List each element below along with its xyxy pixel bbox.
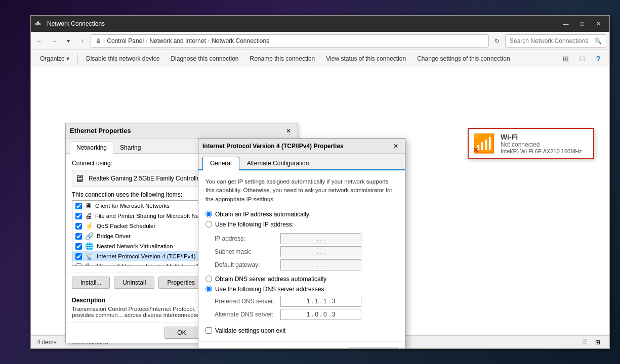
wifi-adapter: Intel(R) Wi-Fi 6E AX210 160MHz [501, 148, 589, 154]
validate-checkbox[interactable] [205, 327, 212, 334]
view-status-button[interactable]: View status of this connection [321, 53, 411, 64]
ethernet-dialog-close[interactable]: ✕ [283, 126, 294, 135]
refresh-button[interactable]: ↻ [491, 35, 503, 47]
advanced-button[interactable]: Advanced... [349, 347, 398, 348]
toolbar: Organize ▾ Disable this network device D… [31, 50, 609, 67]
disable-network-button[interactable]: Disable this network device [81, 53, 164, 64]
uninstall-button[interactable]: Uninstall [114, 277, 154, 289]
item-checkbox-4[interactable] [75, 243, 82, 250]
item-checkbox-3[interactable] [75, 233, 82, 240]
properties-button[interactable]: Properties [158, 277, 203, 289]
radio-use-following-input[interactable] [205, 221, 212, 228]
up-button[interactable]: ↑ [76, 35, 89, 47]
back-button[interactable]: ← [34, 35, 46, 47]
breadcrumb-control-panel[interactable]: Control Panel [107, 37, 144, 44]
view-icons-button[interactable]: ⊞ [559, 53, 573, 65]
ethernet-ok-button[interactable]: OK [164, 327, 198, 339]
item-count: 4 items [37, 339, 57, 346]
breadcrumb-network-internet[interactable]: Network and Internet [149, 37, 205, 44]
wifi-status: Not connected [501, 141, 589, 148]
adapter-icon: 🖥 [74, 173, 85, 185]
alternate-dns-row: Alternate DNS server: [215, 309, 398, 320]
window-title: Network Connections [47, 20, 559, 27]
radio-dns-auto: Obtain DNS server address automatically [205, 276, 398, 283]
adapter-name: Realtek Gaming 2.5GbE Family Controller [89, 175, 202, 182]
item-checkbox-0[interactable] [75, 203, 82, 209]
tcpip-tabs: General Alternate Configuration [198, 154, 405, 170]
tcpip-info-text: You can get IP settings assigned automat… [205, 177, 398, 204]
ethernet-dialog-title: Ethernet Properties [70, 127, 283, 134]
organize-button[interactable]: Organize ▾ [35, 53, 74, 64]
radio-use-following: Use the following IP address: [205, 221, 398, 228]
close-button[interactable]: ✕ [591, 19, 605, 29]
ip-address-row: IP address: [215, 233, 398, 244]
rename-button[interactable]: Rename this connection [245, 53, 320, 64]
tcpip-footer: Advanced... [198, 341, 405, 348]
radio-dns-auto-input[interactable] [205, 276, 212, 282]
item-checkbox-6[interactable] [75, 263, 82, 266]
title-bar-controls: — □ ✕ [559, 19, 605, 29]
window-icon: 🖧 [35, 20, 43, 28]
address-bar: ← → ▾ ↑ 🖥 › Control Panel › Network and … [31, 32, 609, 50]
default-gateway-row: Default gateway: [215, 259, 398, 270]
wifi-name: Wi-Fi [501, 133, 589, 141]
wifi-card[interactable]: 📶 ✕ Wi-Fi Not connected Intel(R) Wi-Fi 6… [468, 128, 594, 159]
radio-obtain-auto: Obtain an IP address automatically [205, 211, 398, 218]
alternate-dns-input[interactable] [280, 309, 361, 320]
tcpip-dialog-title: Internet Protocol Version 4 (TCP/IPv4) P… [202, 143, 391, 150]
item-checkbox-1[interactable] [75, 213, 82, 219]
default-gateway-input[interactable] [280, 259, 361, 270]
item-label-3: Bridge Driver [97, 233, 131, 239]
install-button[interactable]: Install... [72, 277, 110, 289]
validate-row: Validate settings upon exit [205, 327, 398, 334]
minimize-button[interactable]: — [559, 19, 573, 29]
tcpip-titlebar: Internet Protocol Version 4 (TCP/IPv4) P… [198, 139, 405, 154]
forward-button[interactable]: → [48, 35, 60, 47]
diagnose-button[interactable]: Diagnose this connection [166, 53, 243, 64]
radio-obtain-auto-input[interactable] [205, 211, 212, 217]
subnet-mask-row: Subnet mask: [215, 246, 398, 257]
radio-dns-manual-input[interactable] [205, 286, 212, 292]
dns-section: Obtain DNS server address automatically … [205, 276, 398, 293]
ip-fields: IP address: Subnet mask: Default gateway… [215, 233, 398, 270]
radio-obtain-auto-label: Obtain an IP address automatically [215, 211, 309, 218]
search-box[interactable]: 🔍 [505, 34, 606, 48]
status-right: ☰ ⊞ [579, 338, 603, 347]
icon-view-button[interactable]: ⊞ [592, 338, 603, 347]
tab-alternate-config[interactable]: Alternate Configuration [239, 157, 317, 169]
radio-dns-manual: Use the following DNS server addresses: [205, 286, 398, 293]
ip-address-input[interactable] [280, 233, 361, 244]
main-content: 📶 ✕ Wi-Fi Not connected Intel(R) Wi-Fi 6… [31, 67, 609, 348]
toolbar-right: ⊞ □ ? [559, 53, 605, 65]
subnet-mask-label: Subnet mask: [215, 248, 280, 255]
preferred-dns-input[interactable] [280, 296, 361, 307]
item-label-6: Microsoft Network Adapter Multiplexor Pr… [97, 263, 215, 266]
dropdown-button[interactable]: ▾ [62, 35, 74, 47]
item-label-4: Nested Network Virtualization [97, 243, 173, 249]
item-checkbox-5[interactable] [75, 253, 82, 260]
help-button[interactable]: ? [591, 53, 605, 65]
item-label-2: QoS Packet Scheduler [97, 223, 155, 229]
list-view-button[interactable]: ☰ [579, 338, 590, 347]
subnet-mask-input[interactable] [280, 246, 361, 257]
tcpip-close-button[interactable]: ✕ [391, 142, 401, 151]
content-area: 📶 ✕ Wi-Fi Not connected Intel(R) Wi-Fi 6… [31, 67, 609, 348]
alternate-dns-label: Alternate DNS server: [215, 311, 280, 318]
search-icon: 🔍 [594, 37, 602, 44]
tab-sharing[interactable]: Sharing [113, 142, 147, 153]
default-gateway-label: Default gateway: [215, 261, 280, 268]
item-label-5: Internet Protocol Version 4 (TCP/IPv4) [97, 253, 196, 259]
maximize-button[interactable]: □ [575, 19, 589, 29]
radio-dns-manual-label: Use the following DNS server addresses: [215, 286, 326, 293]
tab-networking[interactable]: Networking [70, 142, 113, 154]
breadcrumb-network-connections[interactable]: Network Connections [212, 37, 269, 44]
tab-general[interactable]: General [202, 157, 239, 170]
preferred-dns-row: Preferred DNS server: [215, 296, 398, 307]
item-checkbox-2[interactable] [75, 223, 82, 230]
radio-dns-auto-label: Obtain DNS server address automatically [215, 276, 326, 283]
address-path[interactable]: 🖥 › Control Panel › Network and Internet… [91, 34, 489, 48]
search-input[interactable] [510, 37, 592, 44]
preferred-dns-label: Preferred DNS server: [215, 298, 280, 305]
view-preview-button[interactable]: □ [575, 53, 589, 65]
change-settings-button[interactable]: Change settings of this connection [412, 53, 515, 64]
